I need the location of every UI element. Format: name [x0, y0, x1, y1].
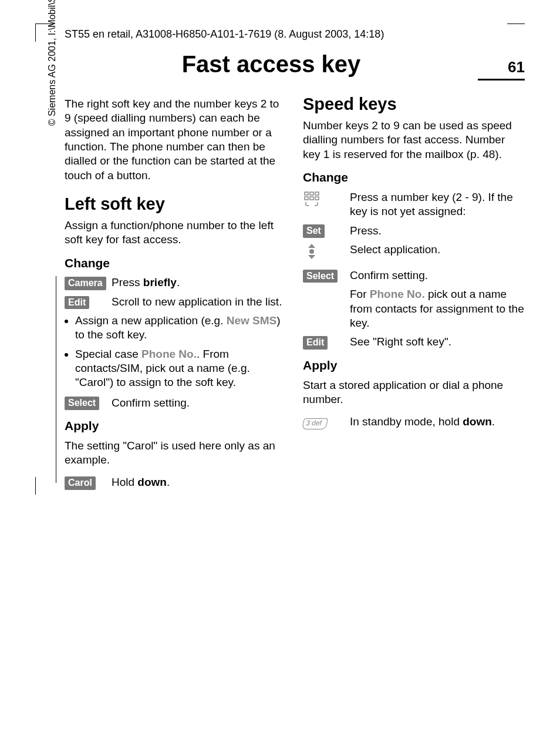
edit-text-right: See "Right soft key". — [350, 335, 525, 349]
left-soft-key-desc: Assign a function/phone number to the le… — [65, 219, 286, 247]
row-carol: Carol Hold down. — [65, 475, 286, 489]
edit-text-left: Scroll to new application in the list. — [112, 295, 286, 309]
nav-text: Select application. — [350, 243, 525, 257]
apply-text-right: Start a stored application or dial a pho… — [303, 378, 525, 407]
phoneno-gray: Phone No. — [370, 288, 425, 300]
camera-text-post: . — [177, 276, 180, 288]
carol-text-bold: down — [137, 476, 167, 488]
svg-marker-6 — [308, 244, 315, 248]
svg-rect-2 — [315, 192, 319, 195]
key3-text: In standby mode, hold down. — [350, 415, 525, 429]
page-number: 61 — [478, 58, 525, 80]
row-nav: Select application. — [303, 243, 525, 264]
row-key3: 3 def In standby mode, hold down. — [303, 415, 525, 429]
numpad-text: Press a number key (2 - 9). If the key i… — [350, 190, 525, 219]
apply-text-left: The setting "Carol" is used here only as… — [65, 439, 286, 468]
row-edit-right: Edit See "Right soft key". — [303, 335, 525, 349]
crop-mark-bl — [35, 477, 53, 495]
phoneno-text: For Phone No. pick out a name from conta… — [350, 287, 525, 330]
left-soft-key-heading: Left soft key — [65, 193, 286, 215]
bullet-phone-no: Special case Phone No.. From contacts/SI… — [75, 347, 286, 390]
phoneno-a: For — [350, 288, 370, 300]
crop-mark-tr — [507, 23, 525, 42]
set-button: Set — [303, 224, 325, 237]
edit-button-right: Edit — [303, 336, 328, 349]
row-select-left: Select Confirm setting. — [65, 396, 286, 410]
camera-text: Press briefly. — [112, 276, 286, 290]
side-copyright: © Siemens AG 2001, I:\Mobil\ST55\ST55_re… — [47, 0, 58, 270]
select-button-left: Select — [65, 397, 99, 409]
row-set: Set Press. — [303, 224, 525, 238]
numpad-icon — [303, 190, 321, 208]
row-edit-left: Edit Scroll to new application in the li… — [65, 295, 286, 309]
select-text-left: Confirm setting. — [112, 396, 286, 410]
svg-rect-3 — [305, 197, 308, 200]
camera-text-pre: Press — [112, 276, 143, 288]
select-text-right: Confirm setting. — [350, 268, 525, 283]
left-column: The right soft key and the number keys 2… — [65, 93, 286, 495]
row-select-right: Select Confirm setting. — [303, 268, 525, 283]
edit-button-left: Edit — [65, 296, 89, 309]
row-phoneno: For Phone No. pick out a name from conta… — [303, 287, 525, 330]
svg-marker-8 — [308, 255, 315, 259]
apply-heading-right: Apply — [303, 358, 525, 374]
bullet2-gray: Phone No. — [141, 348, 197, 360]
svg-rect-0 — [305, 192, 308, 195]
row-numpad: Press a number key (2 - 9). If the key i… — [303, 190, 525, 219]
page-title: Fast access key — [65, 51, 478, 78]
svg-rect-5 — [315, 197, 319, 200]
doc-header: ST55 en retail, A31008-H6850-A101-1-7619… — [65, 28, 525, 41]
right-column: Speed keys Number keys 2 to 9 can be use… — [303, 93, 525, 495]
bullet-list: Assign a new application (e.g. New SMS) … — [65, 314, 286, 390]
set-text: Press. — [350, 224, 525, 238]
key-3def-icon: 3 def — [302, 418, 328, 429]
camera-text-bold: briefly — [143, 276, 177, 288]
bullet-new-sms: Assign a new application (e.g. New SMS) … — [75, 314, 286, 343]
svg-rect-4 — [310, 197, 313, 200]
change-heading-left: Change — [65, 256, 286, 271]
key3-pre: In standby mode, hold — [350, 415, 463, 428]
key3-post: . — [492, 415, 495, 428]
key3-bold: down — [463, 415, 492, 428]
carol-text: Hold down. — [112, 475, 286, 489]
bullet1-gray: New SMS — [227, 314, 277, 327]
side-rule — [56, 276, 56, 483]
speed-keys-heading: Speed keys — [303, 93, 525, 115]
change-heading-right: Change — [303, 170, 525, 186]
apply-heading-left: Apply — [65, 418, 286, 434]
svg-point-7 — [309, 249, 314, 254]
carol-text-pre: Hold — [112, 476, 137, 488]
row-camera: Camera Press briefly. — [65, 276, 286, 290]
svg-rect-1 — [310, 192, 313, 195]
carol-button: Carol — [65, 476, 96, 489]
camera-button: Camera — [65, 277, 106, 290]
select-button-right: Select — [303, 270, 338, 283]
bullet2-a: Special case — [75, 348, 141, 360]
nav-updown-icon — [303, 243, 321, 260]
carol-text-post: . — [167, 476, 170, 488]
bullet1-a: Assign a new application (e.g. — [75, 314, 227, 327]
intro-text: The right soft key and the number keys 2… — [65, 97, 286, 183]
speed-keys-desc: Number keys 2 to 9 can be used as speed … — [303, 119, 525, 162]
